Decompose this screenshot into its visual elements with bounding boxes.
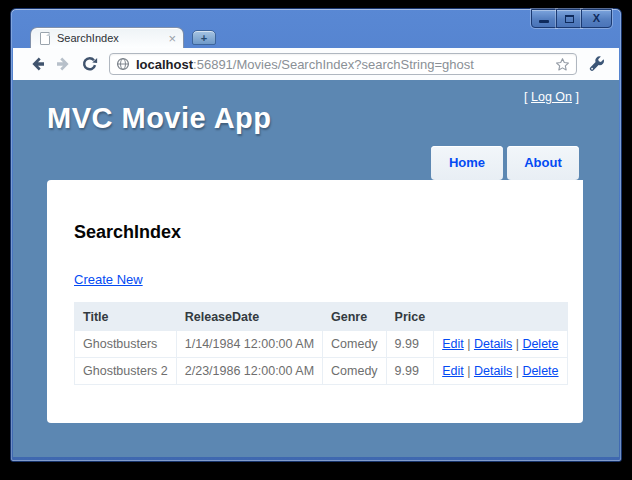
title-bar: X SearchIndex × + <box>13 9 619 48</box>
cell-title: Ghostbusters <box>75 331 177 358</box>
log-on-bracket-close: ] <box>572 90 579 104</box>
table-header-row: Title ReleaseDate Genre Price <box>75 303 568 331</box>
close-button[interactable]: X <box>581 9 612 28</box>
reload-icon <box>81 56 98 73</box>
cell-genre: Comedy <box>323 358 387 385</box>
back-button[interactable] <box>25 52 49 76</box>
column-header-price: Price <box>386 303 434 331</box>
globe-icon <box>116 57 130 71</box>
cell-genre: Comedy <box>323 331 387 358</box>
new-tab-button[interactable]: + <box>192 30 216 45</box>
tab-close-icon[interactable]: × <box>168 32 176 45</box>
forward-arrow-icon <box>55 56 72 72</box>
action-separator: | <box>467 337 470 351</box>
bookmark-star-button[interactable] <box>555 57 570 72</box>
cell-price: 9.99 <box>386 331 434 358</box>
delete-link[interactable]: Delete <box>522 364 558 378</box>
delete-link[interactable]: Delete <box>522 337 558 351</box>
cell-price: 9.99 <box>386 358 434 385</box>
wrench-menu-button[interactable] <box>585 52 609 76</box>
action-separator: | <box>516 337 519 351</box>
maximize-button[interactable] <box>556 9 582 28</box>
browser-toolbar: localhost:56891/Movies/SearchIndex?searc… <box>13 48 619 80</box>
url-path: :56891/Movies/SearchIndex?searchString=g… <box>193 57 474 72</box>
url-host: localhost <box>136 57 193 72</box>
action-separator: | <box>467 364 470 378</box>
browser-window: X SearchIndex × + <box>10 8 622 462</box>
minimize-button[interactable] <box>531 9 557 28</box>
table-row: Ghostbusters 2 2/23/1986 12:00:00 AM Com… <box>75 358 568 385</box>
maximize-icon <box>565 15 574 23</box>
cell-title: Ghostbusters 2 <box>75 358 177 385</box>
column-header-releasedate: ReleaseDate <box>176 303 322 331</box>
create-new-link[interactable]: Create New <box>74 272 143 287</box>
nav-home-button[interactable]: Home <box>431 146 503 180</box>
back-arrow-icon <box>29 56 46 72</box>
minimize-icon <box>539 20 549 23</box>
bookmark-star-icon <box>555 57 570 72</box>
tab-title: SearchIndex <box>57 32 164 44</box>
details-link[interactable]: Details <box>474 364 512 378</box>
page-favicon-icon <box>40 32 50 45</box>
cell-release-date: 2/23/1986 12:00:00 AM <box>176 358 322 385</box>
log-on-bracket-open: [ <box>524 90 531 104</box>
details-link[interactable]: Details <box>474 337 512 351</box>
address-bar[interactable]: localhost:56891/Movies/SearchIndex?searc… <box>109 53 577 75</box>
url-text[interactable]: localhost:56891/Movies/SearchIndex?searc… <box>136 57 555 72</box>
page-content: [ Log On ] MVC Movie App Home About Sear… <box>13 80 619 457</box>
action-separator: | <box>516 364 519 378</box>
reload-button[interactable] <box>77 52 101 76</box>
browser-tab[interactable]: SearchIndex × <box>30 27 184 48</box>
column-header-actions <box>434 303 567 331</box>
column-header-genre: Genre <box>323 303 387 331</box>
edit-link[interactable]: Edit <box>442 364 464 378</box>
edit-link[interactable]: Edit <box>442 337 464 351</box>
log-on-link[interactable]: Log On <box>531 90 572 104</box>
cell-actions: Edit | Details | Delete <box>434 331 567 358</box>
log-on-area: [ Log On ] <box>524 90 579 104</box>
window-controls: X <box>532 9 612 28</box>
content-panel: SearchIndex Create New Title ReleaseDate… <box>47 180 583 423</box>
site-title: MVC Movie App <box>47 102 272 135</box>
forward-button[interactable] <box>51 52 75 76</box>
nav-about-button[interactable]: About <box>507 146 579 180</box>
close-icon: X <box>593 13 600 24</box>
movies-table: Title ReleaseDate Genre Price Ghostbuste… <box>74 302 568 385</box>
cell-release-date: 1/14/1984 12:00:00 AM <box>176 331 322 358</box>
table-row: Ghostbusters 1/14/1984 12:00:00 AM Comed… <box>75 331 568 358</box>
column-header-title: Title <box>75 303 177 331</box>
wrench-icon <box>589 56 605 72</box>
nav-menu: Home About <box>431 146 579 180</box>
cell-actions: Edit | Details | Delete <box>434 358 567 385</box>
page-heading: SearchIndex <box>74 222 181 243</box>
